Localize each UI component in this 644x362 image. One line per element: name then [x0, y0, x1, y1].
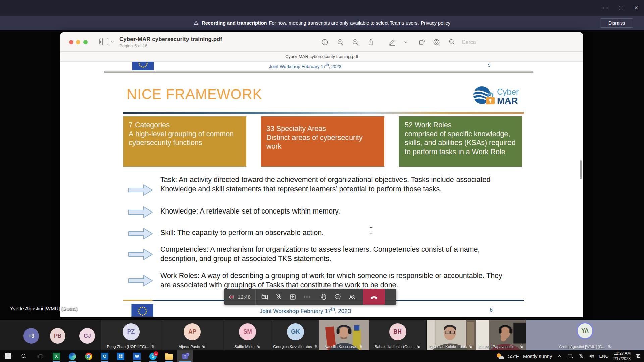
start-button[interactable] — [0, 350, 16, 362]
mic-muted-icon — [201, 344, 206, 349]
clock[interactable]: 11:27 AM 2/17/2023 — [613, 351, 631, 361]
taskbar-chrome[interactable] — [80, 350, 97, 362]
highlight-button[interactable] — [432, 38, 441, 46]
language-indicator[interactable]: ENG — [599, 354, 608, 359]
zoom-in-button[interactable] — [351, 38, 360, 46]
pdf-content-area[interactable]: Joint Workshop February 17th, 2023 5 NIC… — [60, 62, 583, 317]
rotate-button[interactable] — [417, 38, 426, 46]
tray-mic-muted-icon[interactable] — [578, 353, 584, 360]
search-button[interactable] — [448, 38, 457, 46]
presenter-name-label: Yvette Agostini [WMU] (Guest) — [10, 306, 78, 311]
warning-icon: ⚠ — [194, 20, 198, 26]
edge-icon — [69, 353, 76, 360]
share-button[interactable] — [366, 38, 375, 46]
scrollbar-thumb[interactable] — [580, 160, 582, 179]
task-view-button[interactable] — [32, 350, 48, 362]
slide-page-number: 6 — [490, 307, 493, 313]
people-icon — [348, 293, 356, 301]
participant-video-tile[interactable]: Nicholas Kolokotronis — [426, 320, 476, 350]
hang-up-button[interactable] — [363, 289, 385, 305]
participant-avatar[interactable]: PB — [50, 328, 65, 344]
share-screen-button[interactable] — [286, 289, 300, 305]
participant-video-tile[interactable]: Vassilis Kassouras — [319, 320, 369, 350]
weather-icon[interactable] — [497, 353, 504, 360]
work-roles-body: comprised of specific knowledge, skills,… — [405, 130, 517, 157]
participant-tile[interactable]: SM Sailio Mirko — [223, 320, 272, 350]
volume-icon[interactable] — [588, 353, 595, 360]
taskbar-excel[interactable]: X — [48, 350, 64, 362]
participant-tile-speaking[interactable]: YA Yvette Agostini [WMU] (G... — [526, 320, 644, 350]
chevron-down-icon — [403, 40, 408, 45]
privacy-policy-link[interactable]: Privacy policy — [421, 20, 450, 26]
taskbar-search-button[interactable] — [16, 350, 32, 362]
filmstrip-overflow-area: +3 PB GJ — [0, 320, 101, 350]
participants-button[interactable] — [345, 289, 359, 305]
close-button[interactable]: ✕ — [629, 0, 644, 16]
dismiss-button[interactable]: Dismiss — [600, 18, 633, 28]
zoom-traffic-light[interactable] — [83, 40, 88, 44]
participant-name: Aljosa Pasic — [179, 345, 200, 349]
close-traffic-light[interactable] — [69, 40, 73, 44]
taskbar-file-explorer[interactable] — [161, 350, 177, 362]
participant-tile[interactable]: GK Georgios Kavallieratos — [272, 320, 319, 350]
windows-taskbar: X O W S1 T 55°F Mostly sunny ENG 11:27 A… — [0, 350, 644, 362]
participant-name: Yvette Agostini [WMU] (G... — [558, 345, 605, 349]
categories-body: A high-level grouping of common cybersec… — [129, 130, 241, 147]
participant-name: Sailio Mirko — [234, 345, 254, 349]
taskbar-word[interactable]: W — [129, 350, 145, 362]
minimize-button[interactable] — [598, 0, 613, 16]
action-center-icon[interactable] — [635, 353, 641, 360]
mic-off-button[interactable] — [272, 289, 286, 305]
arrow-bullet-icon — [128, 248, 153, 261]
minimize-traffic-light[interactable] — [76, 40, 80, 44]
mic-muted-icon — [416, 344, 421, 349]
taskbar-outlook[interactable]: O — [97, 350, 113, 362]
more-actions-button[interactable] — [300, 289, 314, 305]
info-button[interactable] — [320, 38, 329, 46]
teams-icon: T — [181, 353, 189, 360]
taskbar-store[interactable] — [113, 350, 129, 362]
sidebar-toggle-button[interactable] — [99, 38, 115, 45]
word-icon: W — [133, 353, 141, 360]
window-controls: ✕ — [598, 0, 644, 16]
markup-dropdown-button[interactable] — [401, 38, 410, 46]
avatar: BH — [389, 323, 406, 340]
previous-page-sliver: Joint Workshop February 17th, 2023 5 — [60, 62, 583, 71]
taskbar-teams[interactable]: T — [177, 350, 193, 362]
slide-footer: Joint Workshop February 17th, 2023 — [104, 306, 506, 315]
chevron-down-icon — [110, 40, 115, 44]
search-input[interactable]: Cerca — [462, 39, 476, 45]
participant-tile[interactable]: BH Babak Habibnia (Gue... — [369, 320, 426, 350]
windows-logo-icon — [5, 353, 11, 360]
weather-description[interactable]: Mostly sunny — [523, 353, 552, 359]
categories-heading: 7 Categories — [129, 121, 241, 130]
participant-tile[interactable]: AP Aljosa Pasic — [161, 320, 223, 350]
tray-expand-chevron[interactable] — [556, 353, 563, 360]
mic-muted-icon — [314, 344, 318, 349]
bullet-skill: Skill: The capacity to perform an observ… — [160, 228, 513, 238]
document-tab[interactable]: Cyber-MAR cybersecurity training.pdf — [60, 52, 583, 62]
raise-hand-button[interactable] — [317, 289, 331, 305]
text-cursor — [369, 227, 373, 234]
taskbar-skype[interactable]: S1 — [145, 350, 161, 362]
chat-button[interactable] — [331, 289, 345, 305]
zoom-out-icon — [337, 38, 344, 46]
tray-time: 11:27 AM — [614, 351, 631, 356]
taskbar-edge[interactable] — [64, 350, 80, 362]
mic-muted-icon — [468, 344, 473, 349]
hang-up-icon — [370, 293, 378, 301]
folder-icon — [165, 354, 173, 360]
banner-message: For now, meeting transcripts are only av… — [269, 20, 419, 26]
network-icon[interactable] — [567, 353, 574, 360]
zoom-in-icon — [352, 38, 359, 46]
weather-temperature[interactable]: 55°F — [508, 353, 519, 359]
markup-button[interactable] — [388, 38, 396, 46]
participant-video-tile[interactable]: Giorgos Papavassilio... — [476, 320, 526, 350]
overflow-participants-avatar[interactable]: +3 — [23, 328, 39, 344]
camera-off-button[interactable] — [258, 289, 272, 305]
zoom-out-button[interactable] — [336, 38, 345, 46]
task-view-icon — [37, 353, 44, 360]
participant-tile[interactable]: PZ Peng Zhao (UOPHEC)... — [101, 320, 161, 350]
participant-avatar[interactable]: GJ — [79, 328, 95, 344]
maximize-button[interactable] — [613, 0, 629, 16]
